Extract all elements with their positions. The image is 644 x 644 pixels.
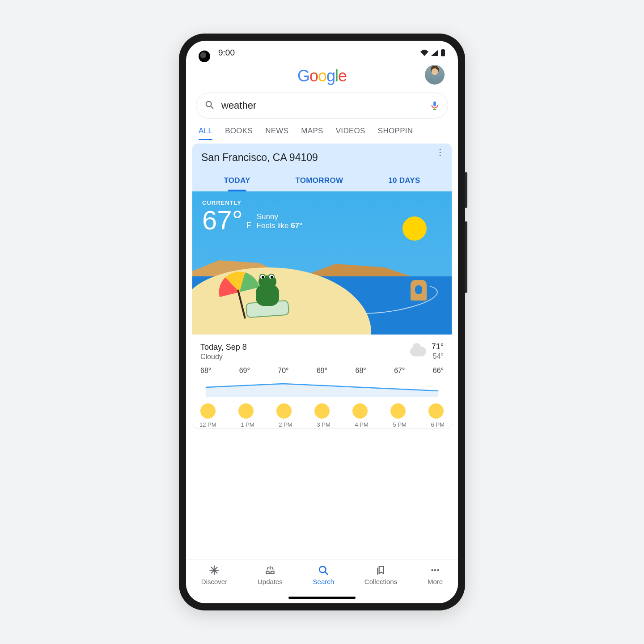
weather-range-tabs: TODAY TOMORROW 10 DAYS bbox=[201, 172, 443, 191]
phone-side-button bbox=[465, 172, 467, 208]
svg-line-8 bbox=[326, 572, 328, 574]
hourly-temp: 68° bbox=[356, 367, 366, 375]
hourly-temp: 70° bbox=[278, 367, 288, 375]
search-icon bbox=[204, 100, 214, 111]
inbox-icon bbox=[264, 564, 276, 576]
hourly-time: 2 PM bbox=[279, 421, 292, 428]
weather-location: San Francisco, CA 94109 bbox=[201, 152, 443, 164]
nav-discover[interactable]: Discover bbox=[201, 564, 227, 585]
svg-point-10 bbox=[434, 569, 436, 571]
bookmark-collection-icon bbox=[375, 564, 387, 576]
search-result-tabs: ALL BOOKS NEWS MAPS VIDEOS SHOPPIN bbox=[186, 123, 458, 140]
results-area[interactable]: San Francisco, CA 94109 ⋮ TODAY TOMORROW… bbox=[186, 140, 458, 559]
status-time: 9:00 bbox=[218, 48, 235, 58]
hourly-forecast[interactable]: 68° 69° 70° 69° 68° 67° 66° bbox=[192, 364, 452, 428]
wifi-icon bbox=[420, 49, 429, 56]
weather-card: San Francisco, CA 94109 ⋮ TODAY TOMORROW… bbox=[192, 144, 452, 428]
svg-point-7 bbox=[320, 566, 326, 572]
tab-shopping[interactable]: SHOPPIN bbox=[378, 123, 413, 140]
hourly-time: 12 PM bbox=[199, 421, 216, 428]
svg-rect-4 bbox=[433, 102, 436, 106]
hourly-time: 5 PM bbox=[393, 421, 407, 428]
sunny-icon bbox=[276, 403, 292, 419]
gesture-bar[interactable] bbox=[288, 597, 356, 599]
weather-tab-tomorrow[interactable]: TOMORROW bbox=[293, 172, 345, 191]
card-overflow-menu[interactable]: ⋮ bbox=[435, 151, 445, 153]
search-icon bbox=[318, 564, 329, 576]
tab-books[interactable]: BOOKS bbox=[225, 123, 253, 140]
sunny-icon bbox=[200, 403, 216, 419]
bottom-nav: Discover Updates Search Collections bbox=[186, 559, 458, 603]
today-low: 54° bbox=[432, 352, 444, 361]
sunny-icon bbox=[428, 403, 444, 419]
svg-rect-1 bbox=[442, 49, 444, 50]
sun-icon bbox=[402, 216, 427, 241]
today-high: 71° bbox=[432, 342, 444, 352]
hourly-temp: 69° bbox=[317, 367, 327, 375]
hourly-time: 4 PM bbox=[355, 421, 368, 428]
weather-card-header: San Francisco, CA 94109 ⋮ TODAY TOMORROW… bbox=[192, 144, 452, 191]
currently-label: CURRENTLY bbox=[202, 199, 302, 206]
front-camera bbox=[199, 51, 210, 62]
nav-more[interactable]: More bbox=[428, 564, 443, 585]
sunny-icon bbox=[238, 403, 254, 419]
feels-like: Feels like 67° bbox=[257, 221, 302, 230]
current-conditions: CURRENTLY 67° F Sunny Feels like 67° bbox=[202, 199, 302, 234]
svg-line-3 bbox=[211, 106, 213, 109]
today-date: Today, Sep 8 bbox=[200, 343, 405, 352]
hourly-sparkline bbox=[199, 377, 445, 397]
app-header: Google bbox=[186, 65, 458, 88]
hourly-icons-row bbox=[198, 397, 446, 419]
voice-search-icon[interactable] bbox=[430, 101, 440, 110]
battery-icon bbox=[441, 49, 445, 57]
hourly-temp: 66° bbox=[433, 367, 444, 375]
sunny-icon bbox=[352, 403, 368, 419]
more-horizontal-icon bbox=[429, 564, 441, 576]
frog-mascot-illustration bbox=[246, 301, 289, 317]
hourly-time: 1 PM bbox=[241, 421, 254, 428]
svg-point-2 bbox=[206, 102, 212, 107]
hourly-times-row: 12 PM 1 PM 2 PM 3 PM 4 PM 5 PM 6 PM bbox=[198, 419, 446, 428]
rock-arch-illustration bbox=[411, 280, 427, 301]
cloud-icon bbox=[410, 347, 426, 356]
svg-rect-0 bbox=[441, 50, 445, 56]
hourly-temps-row: 68° 69° 70° 69° 68° 67° 66° bbox=[198, 367, 446, 375]
tab-news[interactable]: NEWS bbox=[265, 123, 288, 140]
hourly-temp: 67° bbox=[394, 367, 405, 375]
nav-search[interactable]: Search bbox=[313, 564, 335, 585]
screen: 9:00 Google bbox=[186, 41, 458, 603]
hourly-time: 6 PM bbox=[431, 421, 445, 428]
hourly-temp: 68° bbox=[200, 367, 211, 375]
umbrella-illustration bbox=[216, 272, 258, 292]
nav-updates[interactable]: Updates bbox=[258, 564, 283, 585]
weather-tab-today[interactable]: TODAY bbox=[222, 172, 252, 191]
tab-all[interactable]: ALL bbox=[199, 123, 212, 140]
account-avatar[interactable] bbox=[425, 65, 445, 85]
sunny-icon bbox=[390, 403, 406, 419]
today-condition: Cloudy bbox=[200, 353, 405, 361]
phone-frame: 9:00 Google bbox=[179, 34, 465, 610]
search-query: weather bbox=[221, 100, 423, 111]
nav-collections[interactable]: Collections bbox=[364, 564, 397, 585]
current-condition: Sunny bbox=[257, 212, 302, 221]
svg-point-11 bbox=[437, 569, 439, 571]
today-summary-row: Today, Sep 8 Cloudy 71° 54° bbox=[192, 335, 452, 364]
tab-maps[interactable]: MAPS bbox=[301, 123, 323, 140]
sunny-icon bbox=[314, 403, 330, 419]
status-bar: 9:00 bbox=[186, 41, 458, 65]
svg-point-9 bbox=[431, 569, 433, 571]
weather-tab-10days[interactable]: 10 DAYS bbox=[386, 172, 422, 191]
current-temp: 67° bbox=[202, 207, 243, 234]
phone-volume-button bbox=[465, 221, 467, 293]
cellular-signal-icon bbox=[431, 49, 439, 56]
search-bar[interactable]: weather bbox=[196, 93, 448, 119]
sparkle-icon bbox=[208, 564, 220, 576]
hourly-temp: 69° bbox=[239, 367, 250, 375]
temp-unit: F bbox=[246, 221, 251, 230]
tab-videos[interactable]: VIDEOS bbox=[336, 123, 365, 140]
weather-hero: CURRENTLY 67° F Sunny Feels like 67° bbox=[192, 191, 452, 335]
hourly-time: 3 PM bbox=[317, 421, 330, 428]
google-logo: Google bbox=[297, 67, 347, 85]
